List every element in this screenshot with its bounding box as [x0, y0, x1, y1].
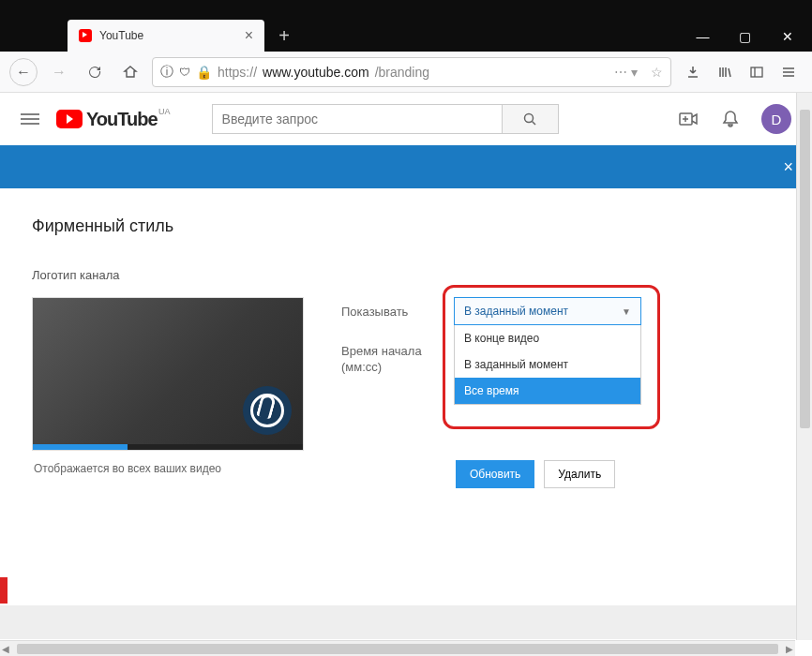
info-icon: ⓘ: [160, 64, 173, 81]
new-tab-button[interactable]: +: [270, 22, 298, 50]
close-tab-icon[interactable]: ×: [245, 27, 253, 44]
window-titlebar: YouTube × + — ▢ ✕: [0, 0, 812, 52]
home-button[interactable]: [116, 58, 144, 86]
chevron-down-icon: ▼: [622, 306, 631, 317]
form-column: Показывать В заданный момент ▼ В конце в…: [341, 297, 780, 488]
sidebar-icon: [749, 65, 764, 80]
reload-icon: [87, 65, 102, 80]
scrollbar-thumb[interactable]: [800, 110, 810, 428]
youtube-logo[interactable]: YouTube UA: [56, 109, 158, 130]
channel-watermark-icon: [243, 386, 292, 435]
menu-button[interactable]: [774, 58, 803, 86]
horizontal-scrollbar[interactable]: ◀ ▶: [0, 640, 795, 656]
delete-button[interactable]: Удалить: [544, 460, 615, 488]
preview-caption: Отображается во всех ваших видео: [32, 451, 304, 486]
user-avatar[interactable]: D: [761, 104, 791, 134]
url-protocol: https://: [218, 65, 257, 80]
youtube-region: UA: [158, 107, 171, 116]
window-controls: — ▢ ✕: [682, 22, 812, 52]
video-plus-icon: [679, 112, 699, 127]
youtube-favicon-icon: [79, 29, 92, 42]
tab-title: YouTube: [99, 29, 237, 42]
search-button[interactable]: [503, 104, 559, 134]
minimize-button[interactable]: —: [682, 22, 724, 52]
sidebar-button[interactable]: [743, 58, 771, 86]
dropdown-options: В конце видео В заданный момент Все врем…: [454, 325, 641, 405]
dropdown-option[interactable]: Все время: [455, 378, 640, 404]
library-icon: [717, 65, 732, 80]
downloads-button[interactable]: [679, 58, 707, 86]
show-label: Показывать: [341, 305, 444, 319]
notifications-button[interactable]: [722, 110, 739, 128]
url-dropdown-icon[interactable]: ⋯ ▾: [614, 65, 638, 80]
banner-close-button[interactable]: ×: [783, 157, 793, 177]
youtube-header: YouTube UA D: [0, 93, 812, 145]
youtube-logo-text: YouTube: [86, 109, 158, 130]
dropdown-selected-value: В заданный момент: [464, 305, 568, 318]
dropdown-option[interactable]: В заданный момент: [455, 351, 640, 378]
bookmark-star-icon[interactable]: ☆: [651, 65, 663, 80]
vertical-scrollbar[interactable]: [796, 93, 812, 640]
youtube-play-icon: [56, 110, 83, 128]
address-bar[interactable]: ⓘ 🛡 🔒 https://www.youtube.com/branding ⋯…: [152, 57, 671, 87]
create-video-button[interactable]: [679, 112, 699, 127]
home-icon: [123, 65, 138, 80]
forward-button[interactable]: →: [45, 58, 73, 86]
svg-line-3: [533, 122, 536, 126]
back-button[interactable]: ←: [9, 58, 38, 86]
section-title: Логотип канала: [32, 268, 780, 282]
scroll-right-icon[interactable]: ▶: [786, 644, 793, 654]
library-button[interactable]: [711, 58, 739, 86]
browser-navbar: ← → ⓘ 🛡 🔒 https://www.youtube.com/brandi…: [0, 52, 812, 93]
start-time-label: Время начала (мм:cc): [341, 344, 444, 376]
scrollbar-thumb[interactable]: [17, 644, 778, 654]
video-preview: [32, 297, 304, 451]
video-progress-bar: [33, 444, 303, 450]
search-input[interactable]: [212, 104, 503, 134]
download-icon: [685, 65, 700, 80]
bell-icon: [722, 110, 739, 128]
preview-column: Отображается во всех ваших видео: [32, 297, 304, 486]
svg-point-2: [525, 114, 534, 123]
scroll-left-icon[interactable]: ◀: [2, 644, 9, 654]
shield-icon: 🛡: [179, 66, 190, 79]
display-time-dropdown[interactable]: В заданный момент ▼ В конце видео В зада…: [454, 297, 641, 325]
footer-bar: [0, 605, 812, 639]
info-banner: ×: [0, 145, 812, 188]
url-host: www.youtube.com: [263, 65, 369, 80]
close-window-button[interactable]: ✕: [766, 22, 808, 52]
lock-icon: 🔒: [196, 65, 212, 80]
tabs-area: YouTube × +: [0, 20, 298, 52]
search-icon: [522, 112, 537, 127]
dropdown-option[interactable]: В конце видео: [455, 325, 640, 351]
update-button[interactable]: Обновить: [456, 460, 534, 488]
reload-button[interactable]: [81, 58, 109, 86]
svg-rect-0: [751, 67, 762, 77]
hamburger-icon: [781, 65, 796, 80]
url-path: /branding: [375, 65, 429, 80]
guide-menu-button[interactable]: [21, 113, 39, 125]
page-title: Фирменный стиль: [32, 216, 780, 236]
page-content: Фирменный стиль Логотип канала Отображае…: [0, 188, 812, 507]
maximize-button[interactable]: ▢: [724, 22, 766, 52]
browser-tab[interactable]: YouTube ×: [68, 20, 264, 52]
red-strip: [0, 577, 8, 604]
